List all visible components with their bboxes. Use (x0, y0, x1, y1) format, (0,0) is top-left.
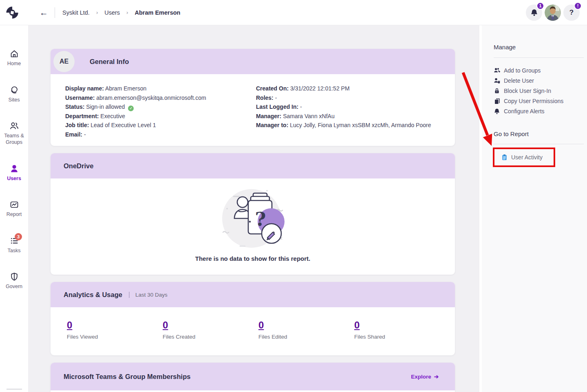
right-action-panel: Manage Add to Groups Delete User (479, 25, 587, 392)
stat-files-edited: 0 Files Edited (258, 319, 354, 355)
analytics-usage-card: Analytics & Usage Last 30 Days 0 Files V… (51, 282, 455, 355)
sidebar-item-govern[interactable]: Govern (0, 272, 28, 290)
onedrive-card: OneDrive (51, 153, 455, 275)
field-username: Username: abram.emerson@syskitqa.onmicro… (65, 93, 256, 103)
manage-divider (494, 57, 584, 58)
files-created-count-link[interactable]: 0 (163, 319, 168, 331)
add-to-groups-icon (494, 67, 500, 74)
help-button[interactable]: ? ! (563, 4, 580, 21)
files-shared-label: Files Shared (354, 334, 450, 340)
sites-icon (9, 85, 19, 95)
teams-groups-icon (9, 121, 20, 131)
go-to-report-divider (494, 144, 584, 144)
files-edited-label: Files Edited (258, 334, 354, 340)
delete-user-icon (494, 77, 500, 84)
analytics-header: Analytics & Usage Last 30 Days (51, 282, 455, 307)
breadcrumb: Syskit Ltd. › Users › Abram Emerson (62, 9, 180, 16)
sidebar-item-sites[interactable]: Sites (0, 85, 28, 104)
report-icon (9, 200, 19, 209)
sidebar-item-report[interactable]: Report (0, 200, 28, 218)
general-info-card: AE General Info Display name: Abram Emer… (51, 49, 455, 146)
help-badge: ! (574, 2, 582, 10)
general-info-left-column: Display name: Abram Emerson Username: ab… (65, 84, 256, 139)
user-activity-link[interactable]: User Activity (501, 152, 543, 163)
configure-alerts-link[interactable]: Configure Alerts (494, 106, 563, 116)
copy-user-permissions-link[interactable]: Copy User Permissions (494, 96, 563, 106)
back-button[interactable]: ← (40, 8, 48, 17)
main-content: AE General Info Display name: Abram Emer… (28, 25, 479, 392)
tasks-badge: 3 (15, 233, 22, 240)
field-email: Email: - (65, 130, 256, 139)
field-status: Status: Sign-in allowed ✓ (65, 102, 256, 112)
copy-icon (494, 98, 500, 104)
topbar-divider (55, 7, 55, 18)
breadcrumb-users[interactable]: Users (104, 9, 120, 16)
field-last-logged-in: Last Logged In: - (256, 102, 440, 112)
stat-files-created: 0 Files Created (163, 319, 258, 355)
top-bar: ← Syskit Ltd. › Users › Abram Emerson 1 (0, 0, 587, 25)
field-created-on: Created On: 3/31/2022 12:01:52 PM (256, 84, 440, 93)
empty-report-illustration: ? (216, 184, 290, 253)
manage-actions-list: Add to Groups Delete User Block User Sig… (494, 65, 563, 116)
user-avatar[interactable] (545, 4, 561, 21)
stat-files-viewed: 0 Files Viewed (67, 319, 163, 355)
home-icon (9, 49, 19, 59)
breadcrumb-separator-icon: › (96, 9, 98, 15)
left-sidebar: Home Sites Teams & Groups Users Report (0, 25, 28, 392)
sidebar-item-users[interactable]: Users (0, 164, 28, 182)
arrow-right-icon: ➔ (434, 373, 439, 380)
analytics-period: Last 30 Days (129, 292, 168, 298)
files-created-label: Files Created (163, 334, 258, 340)
teams-memberships-card: Microsoft Teams & Group Memberships Expl… (51, 363, 455, 392)
field-manager-to: Manager to: Lucy Jolly, Fiona Lyman xsSB… (256, 121, 440, 130)
notifications-button[interactable]: 1 (526, 4, 542, 21)
bell-icon (530, 9, 538, 16)
users-icon (9, 164, 19, 174)
field-department: Department: Executive (65, 112, 256, 121)
breadcrumb-org[interactable]: Syskit Ltd. (62, 9, 90, 16)
sidebar-item-home[interactable]: Home (0, 49, 28, 67)
general-info-header: AE General Info (51, 49, 455, 74)
user-initials-avatar: AE (53, 51, 75, 72)
govern-icon (9, 272, 19, 282)
stat-files-shared: 0 Files Shared (354, 319, 450, 355)
sidebar-divider (7, 389, 22, 390)
field-job-title: Job title: Lead of Executive Level 1 (65, 121, 256, 130)
files-shared-count-link[interactable]: 0 (354, 319, 360, 331)
go-to-report-section-title: Go to Report (494, 130, 529, 137)
files-viewed-label: Files Viewed (67, 334, 163, 340)
breadcrumb-current: Abram Emerson (135, 9, 180, 16)
general-info-right-column: Created On: 3/31/2022 12:01:52 PM Roles:… (256, 84, 440, 139)
files-edited-count-link[interactable]: 0 (258, 319, 264, 331)
clipboard-icon (501, 154, 508, 161)
annotation-highlight-box: User Activity (493, 148, 555, 167)
question-mark-icon: ? (569, 9, 574, 17)
sidebar-item-teams-groups[interactable]: Teams & Groups (0, 121, 28, 145)
explore-button[interactable]: Explore ➔ (411, 373, 439, 380)
signin-allowed-check-icon: ✓ (128, 106, 134, 111)
breadcrumb-separator-icon: › (126, 9, 128, 15)
onedrive-title: OneDrive (51, 162, 93, 170)
delete-user-link[interactable]: Delete User (494, 75, 563, 86)
manage-section-title: Manage (494, 44, 516, 51)
bell-icon (494, 108, 500, 115)
teams-memberships-header: Microsoft Teams & Group Memberships Expl… (51, 363, 455, 390)
syskit-logo-icon[interactable] (5, 6, 19, 20)
block-user-signin-link[interactable]: Block User Sign-In (494, 86, 563, 96)
add-to-groups-link[interactable]: Add to Groups (494, 65, 563, 75)
files-viewed-count-link[interactable]: 0 (67, 319, 72, 331)
notifications-badge: 1 (536, 2, 544, 10)
field-manager: Manager: Samara Vann xNfAu (256, 112, 440, 121)
empty-report-message: There is no data to show for this report… (195, 255, 311, 262)
sidebar-item-tasks[interactable]: 3 Tasks (0, 236, 28, 254)
field-roles: Roles: - (256, 93, 440, 103)
analytics-title: Analytics & Usage (51, 291, 122, 299)
field-display-name: Display name: Abram Emerson (65, 84, 256, 93)
teams-memberships-title: Microsoft Teams & Group Memberships (51, 373, 190, 381)
onedrive-header: OneDrive (51, 153, 455, 178)
lock-icon (494, 88, 500, 94)
